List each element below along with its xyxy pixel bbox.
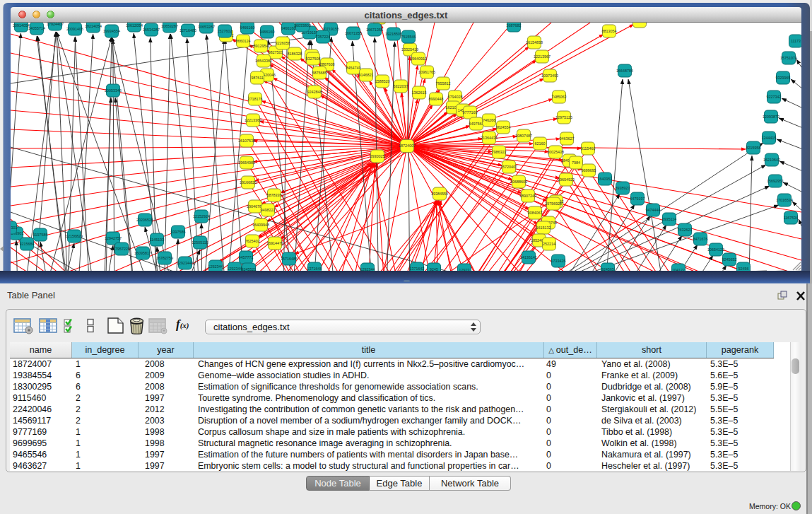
svg-text:7632621: 7632621	[678, 228, 693, 232]
svg-text:8660124: 8660124	[236, 39, 251, 43]
svg-text:746266: 746266	[483, 118, 495, 122]
svg-text:17924407: 17924407	[47, 23, 64, 26]
svg-text:10612054: 10612054	[126, 23, 143, 28]
svg-text:1733426: 1733426	[551, 259, 566, 263]
svg-text:8471676: 8471676	[693, 237, 708, 241]
svg-text:19166825: 19166825	[240, 180, 257, 185]
svg-text:6794028: 6794028	[448, 95, 463, 99]
svg-text:9227342: 9227342	[767, 95, 782, 99]
svg-text:9457771: 9457771	[239, 255, 254, 259]
svg-text:15751074: 15751074	[780, 56, 797, 60]
svg-text:9245652: 9245652	[722, 257, 737, 262]
svg-text:104122: 104122	[672, 268, 685, 271]
svg-text:16671355: 16671355	[366, 28, 383, 32]
svg-text:13325419: 13325419	[401, 47, 418, 52]
svg-text:1167534: 1167534	[784, 216, 799, 220]
svg-text:9777169: 9777169	[463, 110, 478, 115]
svg-text:8938923: 8938923	[616, 186, 630, 190]
svg-text:12152924: 12152924	[193, 214, 210, 218]
svg-text:18214054: 18214054	[85, 24, 102, 28]
svg-text:2718176: 2718176	[248, 97, 263, 101]
svg-text:9215684: 9215684	[20, 242, 35, 246]
svg-text:9463627: 9463627	[560, 136, 575, 141]
svg-text:16095817: 16095817	[134, 251, 151, 255]
svg-text:987611: 987611	[251, 76, 264, 80]
svg-text:1096176: 1096176	[632, 23, 647, 23]
svg-text:19654983: 19654983	[238, 160, 255, 165]
svg-text:8912954: 8912954	[254, 44, 269, 48]
svg-text:6466160: 6466160	[240, 25, 255, 30]
svg-text:1292344: 1292344	[208, 264, 223, 269]
svg-text:16534287: 16534287	[143, 28, 160, 32]
svg-text:7485063: 7485063	[552, 95, 567, 99]
svg-text:2930025: 2930025	[370, 154, 385, 158]
svg-text:7984: 7984	[572, 160, 580, 165]
svg-text:9397586: 9397586	[171, 230, 186, 234]
svg-text:12213967: 12213967	[534, 54, 551, 59]
svg-text:3624554: 3624554	[496, 125, 511, 129]
svg-text:7515546: 7515546	[401, 35, 416, 39]
svg-text:1615132: 1615132	[536, 226, 551, 230]
svg-text:15720407: 15720407	[500, 165, 517, 169]
svg-text:14136141: 14136141	[520, 255, 537, 259]
svg-text:18907249: 18907249	[519, 194, 536, 198]
svg-text:10961765: 10961765	[418, 70, 435, 74]
svg-text:9466160: 9466160	[260, 30, 275, 34]
svg-text:9498222: 9498222	[261, 208, 276, 212]
svg-text:1145193: 1145193	[150, 238, 165, 242]
svg-text:62160: 62160	[535, 141, 546, 146]
svg-text:12156829: 12156829	[66, 234, 83, 238]
svg-text:1371648: 1371648	[307, 267, 322, 271]
svg-text:9146821: 9146821	[359, 73, 374, 77]
svg-text:10973493: 10973493	[541, 74, 558, 78]
svg-text:8454749: 8454749	[346, 66, 361, 70]
svg-text:924565: 924565	[601, 267, 614, 271]
svg-text:6479197: 6479197	[630, 197, 645, 201]
svg-text:3226058: 3226058	[276, 41, 290, 45]
svg-text:252214: 252214	[543, 242, 555, 246]
svg-text:20206526: 20206526	[136, 218, 153, 222]
svg-text:9242848: 9242848	[307, 90, 322, 94]
svg-text:16409948: 16409948	[252, 223, 269, 227]
svg-text:1292344: 1292344	[360, 267, 375, 271]
svg-text:2867608: 2867608	[320, 62, 335, 66]
svg-text:12942757: 12942757	[105, 236, 122, 240]
svg-text:9329965: 9329965	[776, 76, 791, 80]
svg-text:16648784: 16648784	[616, 69, 633, 73]
svg-text:19218506: 19218506	[385, 32, 402, 36]
svg-text:12213369: 12213369	[245, 118, 261, 122]
svg-text:16914479: 16914479	[266, 241, 283, 245]
svg-text:12923446: 12923446	[177, 261, 194, 265]
svg-text:7955812: 7955812	[436, 81, 451, 86]
svg-text:12716485: 12716485	[180, 28, 196, 33]
svg-text:1640951: 1640951	[598, 177, 613, 181]
svg-text:9827503: 9827503	[269, 50, 283, 54]
svg-text:5875685: 5875685	[312, 71, 327, 75]
svg-text:19654923: 19654923	[558, 177, 575, 182]
svg-text:21364436: 21364436	[481, 136, 498, 140]
svg-text:16782759: 16782759	[156, 256, 173, 260]
svg-text:16033809: 16033809	[294, 23, 311, 28]
svg-text:17957225: 17957225	[113, 247, 130, 251]
svg-text:8813054: 8813054	[602, 29, 617, 33]
svg-text:9699695: 9699695	[582, 168, 596, 173]
svg-text:12093873: 12093873	[763, 115, 779, 119]
svg-text:1527602: 1527602	[218, 29, 233, 33]
svg-text:20053346: 20053346	[105, 88, 122, 93]
svg-text:2687682: 2687682	[507, 23, 522, 28]
svg-text:1244415: 1244415	[762, 136, 777, 140]
svg-text:9084067: 9084067	[528, 211, 543, 215]
svg-text:15640910: 15640910	[410, 57, 427, 61]
svg-text:10807487: 10807487	[515, 134, 532, 138]
svg-text:5878336: 5878336	[267, 193, 282, 197]
svg-text:19934554: 19934554	[103, 29, 120, 33]
svg-text:19384554: 19384554	[431, 192, 448, 196]
svg-text:15692951: 15692951	[767, 179, 784, 183]
svg-text:17016534: 17016534	[776, 198, 793, 202]
svg-text:8186328: 8186328	[288, 52, 302, 56]
svg-text:1371642: 1371642	[410, 267, 425, 271]
svg-text:2935114: 2935114	[662, 217, 677, 221]
svg-text:3915301: 3915301	[11, 226, 18, 230]
svg-text:10025438: 10025438	[547, 150, 564, 154]
svg-text:14055714: 14055714	[28, 26, 45, 30]
